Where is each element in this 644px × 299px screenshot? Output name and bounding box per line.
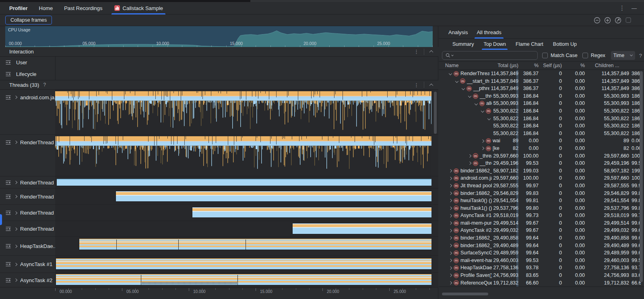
menu-tab-home[interactable]: Home — [33, 2, 59, 14]
interaction-menu-icon[interactable]: ⋮ — [409, 49, 424, 55]
table-horizontal-scrollbar[interactable] — [442, 293, 488, 295]
chevron-down-icon[interactable] — [481, 109, 484, 113]
threads-section-header[interactable]: Threads (33) ? ⋮ — [0, 80, 438, 90]
track-options-icon[interactable] — [5, 261, 11, 267]
table-row[interactable]: mAsyncTask #1() (29,518,01999.7300.0029,… — [439, 212, 644, 219]
thread-label[interactable]: RenderThread — [0, 135, 55, 176]
thread-activity-bar[interactable] — [57, 179, 431, 186]
table-row[interactable]: mwai890.0000.00890.00 — [439, 137, 644, 145]
menu-tab-profiler[interactable]: Profiler — [0, 2, 33, 14]
menu-tab-past-recordings[interactable]: Past Recordings — [58, 2, 108, 14]
thread-label[interactable]: HeapTaskDae... — [0, 237, 55, 255]
table-header[interactable]: NameTotal (µs)%Self (µs)%Children ... — [439, 61, 644, 70]
thread-activity-bar[interactable] — [56, 258, 431, 269]
chevron-right-icon[interactable] — [449, 259, 452, 262]
search-history-chevron-icon[interactable] — [451, 54, 454, 56]
reset-zoom-icon[interactable] — [614, 16, 621, 24]
search-help-icon[interactable]: ? — [639, 53, 642, 59]
threads-menu-icon[interactable]: ⋮ — [409, 82, 424, 88]
match-case-checkbox[interactable] — [542, 53, 548, 58]
table-row[interactable]: m[ke820.0000.00820.00 — [439, 145, 644, 152]
chevron-right-icon[interactable] — [468, 162, 471, 165]
table-row[interactable]: m_threadL29,597,660100.0000.0029,597,660… — [439, 152, 644, 160]
tab-analysis[interactable]: Analysis — [444, 26, 472, 39]
thread-track[interactable] — [55, 176, 431, 188]
table-row[interactable]: mhwuiTask1() ()29,537,79699.8000.0029,53… — [439, 205, 644, 212]
thread-track[interactable] — [55, 90, 431, 134]
chevron-right-icon[interactable] — [449, 229, 452, 232]
chevron-right-icon[interactable] — [449, 236, 452, 240]
thread-label[interactable]: RenderThread — [0, 205, 55, 221]
thread-track[interactable] — [55, 221, 431, 236]
threads-collapse-icon[interactable] — [429, 83, 433, 87]
menu-tab-callstack-sample[interactable]: Callstack Sample — [108, 2, 169, 14]
subtab-top-down[interactable]: Top Down — [479, 39, 511, 50]
column-header-4[interactable]: % — [580, 63, 585, 68]
chevron-right-icon[interactable] — [449, 214, 452, 217]
chevron-right-icon[interactable] — [14, 279, 17, 282]
track-options-icon[interactable] — [5, 226, 11, 232]
search-input-box[interactable] — [442, 51, 538, 60]
thread-activity-bar[interactable] — [293, 223, 431, 234]
table-row[interactable]: mandroid.com.jav29,597,660100.0000.0029,… — [439, 174, 644, 182]
table-row[interactable]: mProfile Saver() ()24,756,99383.6500.002… — [439, 272, 644, 279]
table-row[interactable]: mmali-mem-purge29,499,51499.6700.0029,49… — [439, 219, 644, 227]
zoom-out-icon[interactable] — [593, 16, 601, 24]
column-header-0[interactable]: Name — [445, 63, 458, 68]
chevron-right-icon[interactable] — [14, 181, 17, 184]
table-vertical-scrollbar[interactable] — [640, 71, 643, 282]
table-row[interactable]: m__pthread_s114,357,849386.3700.00114,35… — [439, 85, 644, 92]
threads-vertical-scrollbar[interactable] — [434, 92, 437, 134]
chevron-right-icon[interactable] — [449, 266, 452, 269]
table-row[interactable]: mbinder:16862_4()58,907,182199.0300.0058… — [439, 167, 644, 175]
time-filter-dropdown[interactable]: Time — [611, 51, 635, 60]
thread-track[interactable] — [55, 256, 431, 272]
chevron-right-icon[interactable] — [449, 176, 452, 180]
column-header-3[interactable]: Self (µs) — [543, 63, 562, 68]
thread-track[interactable] — [55, 205, 431, 221]
thread-label[interactable]: AsyncTask #2 — [0, 273, 55, 287]
chevron-right-icon[interactable] — [14, 195, 17, 198]
table-row[interactable]: mRenderThread()114,357,849386.3700.00114… — [439, 70, 644, 78]
chevron-right-icon[interactable] — [14, 96, 17, 99]
minimize-icon[interactable]: — — [632, 5, 637, 11]
table-row[interactable]: mGra55,300,822186.8400.0055,300,822186 — [439, 107, 644, 115]
track-options-icon[interactable] — [5, 139, 11, 145]
chevron-right-icon[interactable] — [14, 211, 17, 214]
column-header-2[interactable]: % — [534, 63, 539, 68]
table-row[interactable]: mmali-event-hand29,460,00399.5300.0029,4… — [439, 257, 644, 264]
thread-track[interactable] — [55, 237, 431, 255]
thread-label[interactable]: RenderThread — [0, 188, 55, 204]
zoom-in-icon[interactable] — [604, 16, 611, 24]
table-row[interactable]: mbinder:16862_1()29,490,85899.6400.0029,… — [439, 234, 644, 242]
chevron-right-icon[interactable] — [449, 221, 452, 225]
table-row[interactable]: mbinder:16862_2()29,490,48999.6400.0029,… — [439, 242, 644, 250]
regex-checkbox[interactable] — [582, 53, 588, 58]
chevron-right-icon[interactable] — [481, 139, 484, 142]
thread-activity-bar[interactable] — [79, 239, 431, 250]
track-options-icon[interactable] — [5, 210, 11, 216]
table-row[interactable]: (55,300,822186.8400.0055,300,822186 — [439, 122, 644, 130]
chevron-right-icon[interactable] — [14, 244, 17, 248]
table-row[interactable]: mbinder:16862_3()29,546,82999.8300.0029,… — [439, 190, 644, 197]
cpu-usage-chart[interactable]: CPU Usage 00.00005.00010.00015.00020.000… — [5, 26, 433, 47]
chevron-right-icon[interactable] — [449, 192, 452, 195]
thread-activity-bar[interactable] — [116, 191, 431, 201]
interaction-collapse-icon[interactable] — [429, 50, 433, 54]
chevron-right-icon[interactable] — [449, 281, 452, 285]
chevron-right-icon[interactable] — [449, 251, 452, 254]
chevron-right-icon[interactable] — [468, 154, 471, 158]
thread-activity-bar[interactable] — [192, 207, 431, 217]
thread-track[interactable] — [55, 135, 431, 176]
column-header-1[interactable]: Total (µs) — [497, 63, 518, 68]
table-row[interactable]: mAsyncTask #2() (29,499,03299.6700.0029,… — [439, 227, 644, 234]
column-resize-stripe[interactable] — [516, 70, 518, 287]
more-options-icon[interactable]: ⋮ — [619, 4, 625, 12]
thread-track[interactable] — [55, 273, 431, 287]
track-options-icon[interactable] — [5, 71, 11, 77]
track-options-icon[interactable] — [5, 59, 11, 66]
chevron-right-icon[interactable] — [14, 262, 17, 266]
track-options-icon[interactable] — [5, 277, 11, 283]
chevron-right-icon[interactable] — [449, 184, 452, 187]
collapse-frames-button[interactable]: Collapse frames — [5, 16, 52, 25]
